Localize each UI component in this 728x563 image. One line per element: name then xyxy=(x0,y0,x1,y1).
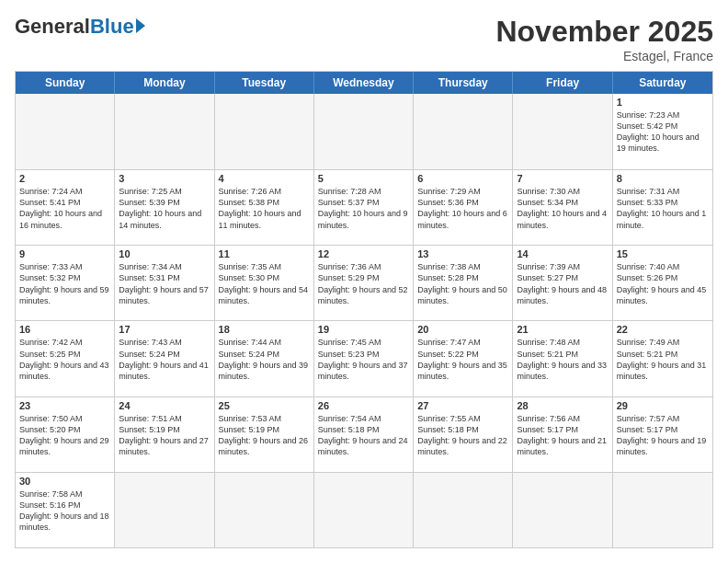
month-title: November 2025 xyxy=(495,15,713,49)
calendar-cell xyxy=(414,94,513,169)
calendar: SundayMondayTuesdayWednesdayThursdayFrid… xyxy=(15,71,713,548)
calendar-cell: 1Sunrise: 7:23 AM Sunset: 5:42 PM Daylig… xyxy=(613,94,712,169)
day-info: Sunrise: 7:39 AM Sunset: 5:27 PM Dayligh… xyxy=(517,261,608,306)
logo-blue-text: Blue xyxy=(90,15,134,39)
calendar-cell: 27Sunrise: 7:55 AM Sunset: 5:18 PM Dayli… xyxy=(414,397,513,472)
calendar-header-day: Saturday xyxy=(613,72,712,94)
calendar-cell: 23Sunrise: 7:50 AM Sunset: 5:20 PM Dayli… xyxy=(16,397,115,472)
calendar-cell xyxy=(215,473,314,547)
day-number: 26 xyxy=(318,400,409,411)
calendar-cell: 29Sunrise: 7:57 AM Sunset: 5:17 PM Dayli… xyxy=(613,397,712,472)
calendar-cell: 25Sunrise: 7:53 AM Sunset: 5:19 PM Dayli… xyxy=(215,397,314,472)
calendar-cell: 5Sunrise: 7:28 AM Sunset: 5:37 PM Daylig… xyxy=(314,170,414,245)
calendar-cell: 14Sunrise: 7:39 AM Sunset: 5:27 PM Dayli… xyxy=(513,246,612,320)
day-info: Sunrise: 7:47 AM Sunset: 5:22 PM Dayligh… xyxy=(417,337,508,382)
calendar-header-day: Wednesday xyxy=(314,72,414,94)
day-info: Sunrise: 7:35 AM Sunset: 5:30 PM Dayligh… xyxy=(219,261,310,306)
day-info: Sunrise: 7:33 AM Sunset: 5:32 PM Dayligh… xyxy=(19,261,110,306)
calendar-cell: 16Sunrise: 7:42 AM Sunset: 5:25 PM Dayli… xyxy=(16,321,115,396)
day-info: Sunrise: 7:42 AM Sunset: 5:25 PM Dayligh… xyxy=(19,337,110,382)
calendar-cell: 8Sunrise: 7:31 AM Sunset: 5:33 PM Daylig… xyxy=(613,170,712,245)
title-section: November 2025 Estagel, France xyxy=(495,15,713,63)
day-info: Sunrise: 7:50 AM Sunset: 5:20 PM Dayligh… xyxy=(19,413,110,458)
day-number: 7 xyxy=(517,173,608,184)
day-info: Sunrise: 7:36 AM Sunset: 5:29 PM Dayligh… xyxy=(318,261,409,306)
day-number: 2 xyxy=(19,173,110,184)
day-info: Sunrise: 7:29 AM Sunset: 5:36 PM Dayligh… xyxy=(417,186,508,231)
calendar-cell: 11Sunrise: 7:35 AM Sunset: 5:30 PM Dayli… xyxy=(215,246,314,320)
calendar-cell xyxy=(314,473,414,547)
day-number: 24 xyxy=(119,400,210,411)
page: General Blue November 2025 Estagel, Fran… xyxy=(0,0,728,563)
day-number: 3 xyxy=(119,173,210,184)
day-number: 17 xyxy=(119,324,210,335)
calendar-body: 1Sunrise: 7:23 AM Sunset: 5:42 PM Daylig… xyxy=(16,94,712,547)
calendar-cell: 26Sunrise: 7:54 AM Sunset: 5:18 PM Dayli… xyxy=(314,397,414,472)
calendar-cell xyxy=(115,473,214,547)
calendar-cell xyxy=(115,94,214,169)
day-number: 5 xyxy=(318,173,409,184)
day-number: 11 xyxy=(219,248,310,259)
day-info: Sunrise: 7:49 AM Sunset: 5:21 PM Dayligh… xyxy=(617,337,709,382)
calendar-cell xyxy=(414,473,513,547)
calendar-header-day: Sunday xyxy=(16,72,115,94)
calendar-cell: 30Sunrise: 7:58 AM Sunset: 5:16 PM Dayli… xyxy=(16,473,115,547)
calendar-header-day: Tuesday xyxy=(215,72,314,94)
calendar-cell: 28Sunrise: 7:56 AM Sunset: 5:17 PM Dayli… xyxy=(513,397,612,472)
calendar-cell: 17Sunrise: 7:43 AM Sunset: 5:24 PM Dayli… xyxy=(115,321,214,396)
calendar-header-day: Thursday xyxy=(414,72,513,94)
logo-triangle-icon xyxy=(136,18,145,33)
header: General Blue November 2025 Estagel, Fran… xyxy=(15,15,713,63)
day-number: 22 xyxy=(617,324,709,335)
day-info: Sunrise: 7:24 AM Sunset: 5:41 PM Dayligh… xyxy=(19,186,110,231)
day-info: Sunrise: 7:53 AM Sunset: 5:19 PM Dayligh… xyxy=(219,413,310,458)
day-info: Sunrise: 7:51 AM Sunset: 5:19 PM Dayligh… xyxy=(119,413,210,458)
day-number: 15 xyxy=(617,248,709,259)
day-info: Sunrise: 7:55 AM Sunset: 5:18 PM Dayligh… xyxy=(417,413,508,458)
logo: General Blue xyxy=(15,15,145,39)
calendar-cell: 7Sunrise: 7:30 AM Sunset: 5:34 PM Daylig… xyxy=(513,170,612,245)
calendar-row: 9Sunrise: 7:33 AM Sunset: 5:32 PM Daylig… xyxy=(16,245,712,320)
day-info: Sunrise: 7:48 AM Sunset: 5:21 PM Dayligh… xyxy=(517,337,608,382)
day-info: Sunrise: 7:38 AM Sunset: 5:28 PM Dayligh… xyxy=(417,261,508,306)
day-number: 21 xyxy=(517,324,608,335)
day-number: 6 xyxy=(417,173,508,184)
calendar-cell: 19Sunrise: 7:45 AM Sunset: 5:23 PM Dayli… xyxy=(314,321,414,396)
day-number: 20 xyxy=(417,324,508,335)
day-info: Sunrise: 7:31 AM Sunset: 5:33 PM Dayligh… xyxy=(617,186,709,231)
calendar-cell xyxy=(16,94,115,169)
calendar-row: 1Sunrise: 7:23 AM Sunset: 5:42 PM Daylig… xyxy=(16,94,712,169)
calendar-cell: 9Sunrise: 7:33 AM Sunset: 5:32 PM Daylig… xyxy=(16,246,115,320)
calendar-row: 30Sunrise: 7:58 AM Sunset: 5:16 PM Dayli… xyxy=(16,472,712,547)
day-number: 25 xyxy=(219,400,310,411)
calendar-cell: 12Sunrise: 7:36 AM Sunset: 5:29 PM Dayli… xyxy=(314,246,414,320)
day-info: Sunrise: 7:26 AM Sunset: 5:38 PM Dayligh… xyxy=(219,186,310,231)
calendar-cell xyxy=(513,473,612,547)
calendar-row: 2Sunrise: 7:24 AM Sunset: 5:41 PM Daylig… xyxy=(16,169,712,245)
calendar-cell: 10Sunrise: 7:34 AM Sunset: 5:31 PM Dayli… xyxy=(115,246,214,320)
day-number: 27 xyxy=(417,400,508,411)
calendar-cell: 15Sunrise: 7:40 AM Sunset: 5:26 PM Dayli… xyxy=(613,246,712,320)
calendar-cell xyxy=(314,94,414,169)
calendar-cell: 6Sunrise: 7:29 AM Sunset: 5:36 PM Daylig… xyxy=(414,170,513,245)
calendar-cell xyxy=(513,94,612,169)
day-number: 8 xyxy=(617,173,709,184)
calendar-header: SundayMondayTuesdayWednesdayThursdayFrid… xyxy=(16,72,712,94)
day-number: 12 xyxy=(318,248,409,259)
day-number: 10 xyxy=(119,248,210,259)
calendar-cell xyxy=(613,473,712,547)
day-info: Sunrise: 7:43 AM Sunset: 5:24 PM Dayligh… xyxy=(119,337,210,382)
day-number: 4 xyxy=(219,173,310,184)
day-info: Sunrise: 7:40 AM Sunset: 5:26 PM Dayligh… xyxy=(617,261,709,306)
day-info: Sunrise: 7:34 AM Sunset: 5:31 PM Dayligh… xyxy=(119,261,210,306)
day-number: 19 xyxy=(318,324,409,335)
day-number: 16 xyxy=(19,324,110,335)
calendar-cell: 4Sunrise: 7:26 AM Sunset: 5:38 PM Daylig… xyxy=(215,170,314,245)
day-number: 1 xyxy=(617,97,709,108)
calendar-cell: 24Sunrise: 7:51 AM Sunset: 5:19 PM Dayli… xyxy=(115,397,214,472)
calendar-cell: 21Sunrise: 7:48 AM Sunset: 5:21 PM Dayli… xyxy=(513,321,612,396)
calendar-cell: 18Sunrise: 7:44 AM Sunset: 5:24 PM Dayli… xyxy=(215,321,314,396)
logo-general-text: General xyxy=(15,15,90,39)
day-info: Sunrise: 7:44 AM Sunset: 5:24 PM Dayligh… xyxy=(219,337,310,382)
location: Estagel, France xyxy=(495,49,713,63)
